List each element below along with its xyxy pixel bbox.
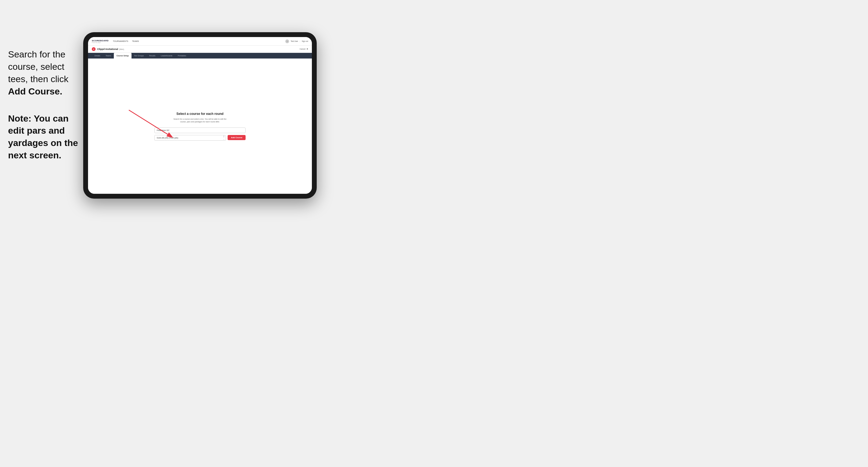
tee-select-wrapper: Gold (M) (M) (7010 yds) ✕ ⌃ ⌄ [154,135,226,141]
nav-separator: | [300,40,300,42]
main-content: Select a course for each round Search fo… [88,59,312,194]
tournament-gender: (Men) [119,48,124,50]
tab-printables[interactable]: Printables [175,53,189,59]
add-course-button[interactable]: Add Course [227,135,246,140]
nav-tournaments[interactable]: TOURNAMENTS [113,40,128,42]
logo-text: SCOREBOARD [92,39,109,42]
section-desc: Search for a course and select a tee. Yo… [154,118,246,123]
tablet-shell: SCOREBOARD Powered by clippd TOURNAMENTS… [83,32,317,198]
nav-links: TOURNAMENTS TEAMS [113,40,285,42]
instruction-text: Search for thecourse, selecttees, then c… [8,48,81,98]
tournament-header: C Clippd Invitational (Men) Cancel ✕ [88,45,312,53]
course-search-input[interactable] [154,127,246,133]
tab-leaderboards[interactable]: Leaderboards [158,53,175,59]
tournament-name: Clippd Invitational [97,48,118,51]
user-name: Test User [291,40,298,42]
tab-details[interactable]: Details [92,53,103,59]
tablet-screen: SCOREBOARD Powered by clippd TOURNAMENTS… [88,37,312,194]
tab-bar: Details Teams Course Setup Tee Groups Re… [88,53,312,59]
tee-select-row: Gold (M) (M) (7010 yds) ✕ ⌃ ⌄ Add Course [154,135,246,141]
navbar: SCOREBOARD Powered by clippd TOURNAMENTS… [88,37,312,45]
instruction-bold: Add Course. [8,86,62,96]
note-text: Note: You can edit pars and yardages on … [8,113,81,162]
tab-teams[interactable]: Teams [103,53,114,59]
sign-out-link[interactable]: Sign out [302,40,308,42]
course-section: Select a course for each round Search fo… [154,112,246,141]
tab-results[interactable]: Results [147,53,158,59]
user-avatar: U [285,39,289,43]
instruction-panel: Search for thecourse, selecttees, then c… [8,48,81,162]
cancel-button[interactable]: Cancel ✕ [300,48,308,50]
logo-area: SCOREBOARD Powered by clippd [92,39,109,43]
logo-sub: Powered by clippd [92,42,109,43]
section-title: Select a course for each round [154,112,246,116]
tournament-icon: C [92,47,96,51]
tee-select[interactable]: Gold (M) (M) (7010 yds) [154,135,226,141]
nav-right: U Test User | Sign out [285,39,308,43]
tab-course-setup[interactable]: Course Setup [114,53,131,59]
tab-tee-groups[interactable]: Tee Groups [131,53,147,59]
nav-teams[interactable]: TEAMS [132,40,139,42]
